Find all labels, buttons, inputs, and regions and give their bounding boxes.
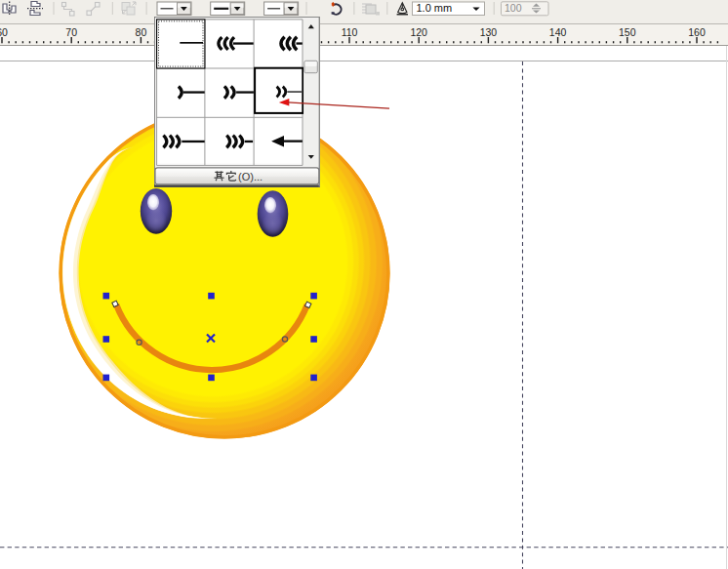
svg-text:80: 80 — [136, 26, 147, 38]
svg-text:140: 140 — [549, 26, 567, 38]
svg-text:110: 110 — [342, 26, 358, 38]
svg-text:70: 70 — [65, 26, 77, 38]
svg-text:60: 60 — [0, 26, 8, 38]
svg-text:100: 100 — [505, 2, 522, 14]
svg-text:160: 160 — [688, 26, 706, 38]
svg-text:120: 120 — [410, 26, 427, 38]
svg-text:1.0 mm: 1.0 mm — [417, 2, 453, 14]
svg-text:130: 130 — [480, 26, 498, 38]
svg-text:(O)...: (O)... — [238, 170, 263, 182]
svg-text:150: 150 — [619, 26, 636, 38]
